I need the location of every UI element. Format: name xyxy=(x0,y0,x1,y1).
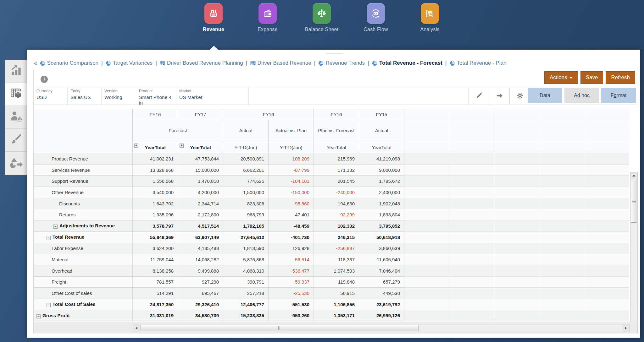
data-cell[interactable]: 118,337 xyxy=(314,254,359,265)
pov-member-value[interactable]: Working xyxy=(104,95,136,100)
data-cell[interactable]: 2,172,800 xyxy=(178,209,223,220)
format-view-button[interactable]: Format xyxy=(601,88,636,103)
scroll-up-button[interactable] xyxy=(630,172,637,179)
column-header-year[interactable]: FY16 xyxy=(133,109,178,120)
column-header-year[interactable]: FY16 xyxy=(314,109,359,120)
app-tile-expense[interactable]: Expense xyxy=(241,3,295,32)
sidebar-item-person-chart[interactable] xyxy=(5,106,27,129)
column-header-scenario[interactable]: Actual vs. Plan xyxy=(269,120,314,142)
data-cell[interactable]: -48,459 xyxy=(269,220,314,232)
pov-member-product[interactable]: ProductSmart Phone 4 in xyxy=(136,87,176,105)
data-cell[interactable]: 15,238,835 xyxy=(223,310,269,321)
column-header-year[interactable]: FY17 xyxy=(178,109,223,120)
data-cell[interactable]: 11,759,044 xyxy=(133,254,178,265)
data-cell[interactable]: 1,074,593 xyxy=(314,265,359,276)
collapse-icon[interactable]: − xyxy=(47,303,51,307)
info-icon[interactable]: i xyxy=(41,76,48,83)
data-cell[interactable]: 257,218 xyxy=(223,288,269,299)
collapse-icon[interactable]: − xyxy=(53,225,58,229)
row-header-overhead[interactable]: Overhead xyxy=(34,265,133,276)
collapse-icon[interactable]: − xyxy=(36,314,41,318)
data-cell[interactable]: -536,477 xyxy=(269,265,314,276)
data-cell[interactable]: 23,619,792 xyxy=(359,299,404,310)
data-cell[interactable]: 390,791 xyxy=(223,276,269,288)
data-cell[interactable]: 14,068,282 xyxy=(178,254,223,265)
breadcrumb-item-target-variances[interactable]: Target Variances xyxy=(106,60,153,66)
row-header-material[interactable]: Material xyxy=(34,254,133,265)
data-cell[interactable]: 15,000,000 xyxy=(178,164,223,176)
data-cell[interactable]: -953,260 xyxy=(269,310,314,321)
column-header-period[interactable]: +YearTotal xyxy=(133,142,178,153)
data-cell[interactable]: 1,792,105 xyxy=(223,220,269,232)
data-cell[interactable]: -95,860 xyxy=(269,198,314,209)
expand-icon[interactable]: + xyxy=(134,144,138,148)
data-cell[interactable]: 6,662,201 xyxy=(223,164,269,176)
data-cell[interactable]: 171,132 xyxy=(314,164,359,176)
row-header-product-revenue[interactable]: Product Revenue xyxy=(34,153,133,165)
data-cell[interactable]: 50,618,918 xyxy=(359,231,404,243)
sidebar-item-grid-cube[interactable] xyxy=(5,83,27,106)
data-cell[interactable]: -256,837 xyxy=(314,243,359,254)
data-cell[interactable]: 215,969 xyxy=(314,153,359,165)
data-cell[interactable]: 3,795,852 xyxy=(359,220,404,232)
data-cell[interactable]: 514,291 xyxy=(133,288,178,299)
data-cell[interactable]: 41,002,231 xyxy=(133,153,178,165)
vertical-scrollbar-thumb[interactable] xyxy=(631,180,637,223)
data-cell[interactable]: 657,279 xyxy=(359,276,404,288)
data-cell[interactable]: 1,106,856 xyxy=(314,299,359,310)
data-cell[interactable]: 1,353,171 xyxy=(314,310,359,321)
column-header-period[interactable]: YearTotal xyxy=(314,142,359,153)
row-header-freight[interactable]: Freight xyxy=(34,276,133,288)
column-header-year[interactable]: FY16 xyxy=(223,109,314,120)
data-cell[interactable]: 1,643,702 xyxy=(133,198,178,209)
breadcrumb-item-driver-based-revenue-planning[interactable]: Driver Based Revenue Planning xyxy=(160,60,243,66)
data-cell[interactable]: 4,068,310 xyxy=(223,265,269,276)
breadcrumb-back-chevron[interactable]: « xyxy=(34,60,37,67)
data-cell[interactable]: 1,556,068 xyxy=(133,176,178,187)
data-cell[interactable]: 201,545 xyxy=(314,176,359,187)
sidebar-item-paintbrush[interactable] xyxy=(5,129,27,152)
data-cell[interactable]: 20,500,891 xyxy=(223,153,269,165)
data-cell[interactable]: 126,928 xyxy=(269,243,314,254)
data-cell[interactable]: 24,817,350 xyxy=(133,299,178,310)
gear-button[interactable] xyxy=(510,88,530,105)
data-cell[interactable]: 12,406,777 xyxy=(223,299,269,310)
data-cell[interactable]: 63,907,149 xyxy=(178,231,223,243)
data-cell[interactable]: 47,753,844 xyxy=(178,153,223,165)
data-cell[interactable]: -59,937 xyxy=(269,276,314,288)
breadcrumb-item-scenario-comparison[interactable]: Scenario Comparison xyxy=(40,60,98,66)
data-cell[interactable]: 3,578,797 xyxy=(133,220,178,232)
data-cell[interactable]: 8,138,258 xyxy=(133,265,178,276)
data-cell[interactable]: -401,730 xyxy=(269,231,314,243)
column-header-scenario[interactable]: Plan vs. Forecast xyxy=(314,120,359,142)
app-tile-revenue[interactable]: Revenue xyxy=(186,3,241,32)
data-cell[interactable]: 2,400,000 xyxy=(359,187,404,198)
column-header-scenario[interactable]: Actual xyxy=(223,120,269,142)
data-cell[interactable]: 1,902,048 xyxy=(359,198,404,209)
pov-member-value[interactable]: US Market xyxy=(179,95,248,100)
data-cell[interactable]: 41,219,098 xyxy=(359,153,404,165)
data-cell[interactable]: 781,557 xyxy=(133,276,178,288)
column-header-scenario[interactable]: Actual xyxy=(359,120,404,142)
data-cell[interactable]: 7,046,404 xyxy=(359,265,404,276)
pov-member-currency[interactable]: CurrencyUSD xyxy=(34,87,68,105)
data-cell[interactable]: 34,580,739 xyxy=(178,310,223,321)
data-cell[interactable]: -150,000 xyxy=(269,187,314,198)
data-cell[interactable]: 3,860,639 xyxy=(359,243,404,254)
edit-pencil-button[interactable] xyxy=(469,88,489,105)
data-cell[interactable]: 1,935,096 xyxy=(133,209,178,220)
row-header-labor-expense[interactable]: Labor Expense xyxy=(34,243,133,254)
data-cell[interactable]: 55,848,369 xyxy=(133,231,178,243)
data-cell[interactable]: 3,540,000 xyxy=(133,187,178,198)
data-cell[interactable]: 13,328,868 xyxy=(133,164,178,176)
row-header-services-revenue[interactable]: Services Revenue xyxy=(34,164,133,176)
breadcrumb-item-driver-based-revenue[interactable]: Driver Based Revenue xyxy=(250,60,311,66)
data-cell[interactable]: 47,401 xyxy=(269,209,314,220)
data-cell[interactable]: 29,326,410 xyxy=(178,299,223,310)
data-cell[interactable]: -56,514 xyxy=(269,254,314,265)
app-tile-cash-flow[interactable]: Cash Flow xyxy=(349,3,403,32)
row-header-returns[interactable]: Returns xyxy=(34,209,133,220)
data-cell[interactable]: 27,645,612 xyxy=(223,231,269,243)
data-cell[interactable]: 50,915 xyxy=(314,288,359,299)
breadcrumb-item-total-revenue-plan[interactable]: Total Revenue - Plan xyxy=(450,60,507,66)
